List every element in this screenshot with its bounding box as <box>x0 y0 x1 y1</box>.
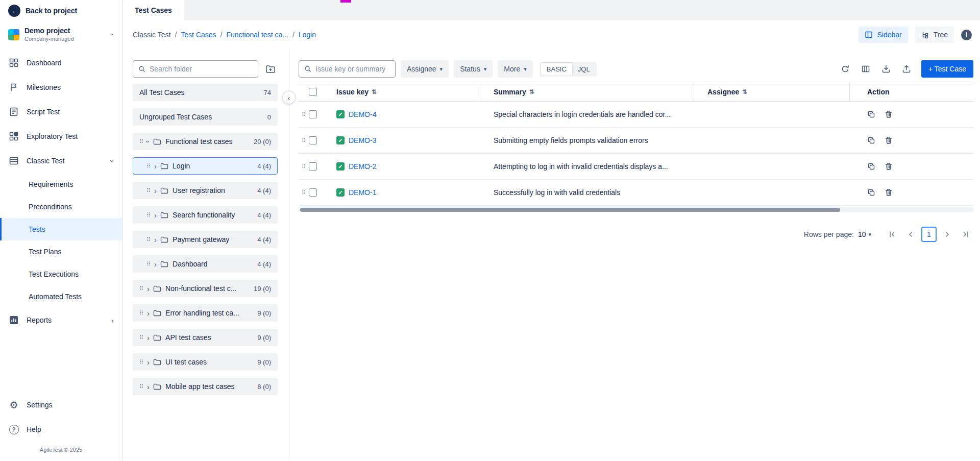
sort-icon[interactable]: ⇅ <box>529 88 534 95</box>
breadcrumb-item[interactable]: Login <box>299 31 316 39</box>
drag-handle-icon[interactable]: ⠿ <box>139 138 143 145</box>
chevron-right-icon[interactable]: › <box>147 309 150 317</box>
chevron-right-icon[interactable]: › <box>147 285 150 293</box>
sidebar-item-test-plans[interactable]: Test Plans <box>0 240 122 263</box>
select-all-checkbox[interactable] <box>309 88 317 96</box>
drag-handle-icon[interactable]: ⠿ <box>146 261 151 268</box>
jql-mode-button[interactable]: JQL <box>572 63 596 76</box>
issue-search-input[interactable] <box>315 65 390 73</box>
columns-icon[interactable] <box>858 61 873 77</box>
horizontal-scrollbar[interactable] <box>299 207 973 212</box>
rows-per-page-select[interactable]: 10 ▾ <box>858 230 871 238</box>
copy-icon[interactable] <box>867 188 875 197</box>
folder-item-search-functionality[interactable]: ⠿ › Search functionality 4 (4) <box>133 206 278 224</box>
download-icon[interactable] <box>878 61 894 77</box>
folder-item-ui-test-cases[interactable]: ⠿ › UI test cases 9 (0) <box>133 353 278 371</box>
row-checkbox[interactable] <box>309 136 317 144</box>
folder-item-user-registration[interactable]: ⠿ › User registration 4 (4) <box>133 182 278 199</box>
sidebar-item-help[interactable]: ? Help <box>0 417 122 442</box>
sidebar-item-script-test[interactable]: Script Test <box>0 100 122 124</box>
drag-handle-icon[interactable]: ⠿ <box>146 212 151 219</box>
refresh-icon[interactable] <box>838 61 853 77</box>
project-switcher[interactable]: Demo project Company-managed › <box>0 21 122 51</box>
drag-handle-icon[interactable]: ⠿ <box>139 359 143 366</box>
sidebar-item-tests[interactable]: Tests <box>0 218 122 240</box>
more-filter-dropdown[interactable]: More ▾ <box>498 60 532 78</box>
sidebar-item-classic-test[interactable]: Classic Test › <box>0 149 122 173</box>
info-icon[interactable]: i <box>961 30 972 40</box>
add-test-case-button[interactable]: + Test Case <box>921 60 973 78</box>
previous-page-button[interactable] <box>903 227 918 242</box>
copy-icon[interactable] <box>867 162 875 171</box>
drag-handle-icon[interactable]: ⠿ <box>299 163 309 170</box>
folder-item-dashboard[interactable]: ⠿ › Dashboard 4 (4) <box>133 255 278 273</box>
column-header-summary[interactable]: Summary ⇅ <box>480 82 694 101</box>
folder-item-api-test-cases[interactable]: ⠿ › API test cases 9 (0) <box>133 329 278 346</box>
sidebar-item-requirements[interactable]: Requirements <box>0 173 122 196</box>
chevron-right-icon[interactable]: › <box>147 383 150 391</box>
column-header-issue-key[interactable]: Issue key ⇅ <box>329 82 480 101</box>
sidebar-item-test-executions[interactable]: Test Executions <box>0 263 122 285</box>
row-checkbox[interactable] <box>309 162 317 171</box>
assignee-filter-dropdown[interactable]: Assignee ▾ <box>401 60 449 78</box>
chevron-right-icon[interactable]: › <box>154 187 157 195</box>
issue-key-link[interactable]: DEMO-1 <box>349 188 376 197</box>
delete-icon[interactable] <box>885 162 893 171</box>
add-folder-button[interactable] <box>263 62 278 76</box>
chevron-right-icon[interactable]: › <box>147 358 150 366</box>
folder-search-input[interactable] <box>150 65 253 73</box>
drag-handle-icon[interactable]: ⠿ <box>146 163 151 169</box>
chevron-down-icon[interactable]: › <box>144 140 152 143</box>
sort-icon[interactable]: ⇅ <box>742 88 747 95</box>
sidebar-view-button[interactable]: Sidebar <box>859 27 908 43</box>
folder-item-functional-test-cases[interactable]: ⠿ › Functional test cases 20 (0) <box>133 133 278 150</box>
column-header-assignee[interactable]: Assignee ⇅ <box>694 82 850 101</box>
folder-item-error-handling[interactable]: ⠿ › Error handling test ca... 9 (0) <box>133 304 278 322</box>
copy-icon[interactable] <box>867 110 875 118</box>
issue-key-link[interactable]: DEMO-2 <box>349 162 376 171</box>
first-page-button[interactable] <box>885 227 900 242</box>
row-checkbox[interactable] <box>309 110 317 118</box>
folder-item-non-functional[interactable]: ⠿ › Non-functional test c... 19 (0) <box>133 280 278 297</box>
sidebar-item-settings[interactable]: ⚙ Settings <box>0 393 122 417</box>
drag-handle-icon[interactable]: ⠿ <box>139 285 143 292</box>
drag-handle-icon[interactable]: ⠿ <box>299 189 309 196</box>
chevron-right-icon[interactable]: › <box>147 334 150 342</box>
folder-item-ungrouped[interactable]: Ungrouped Test Cases 0 <box>133 108 278 126</box>
tab-test-cases[interactable]: Test Cases <box>122 0 184 20</box>
chevron-right-icon[interactable]: › <box>154 211 157 219</box>
last-page-button[interactable] <box>958 227 973 242</box>
delete-icon[interactable] <box>885 110 893 118</box>
chevron-right-icon[interactable]: › <box>154 236 157 244</box>
breadcrumb-item[interactable]: Classic Test <box>133 31 170 39</box>
chevron-right-icon[interactable]: › <box>154 162 157 170</box>
breadcrumb-item[interactable]: Test Cases <box>181 31 216 39</box>
sort-icon[interactable]: ⇅ <box>372 88 377 95</box>
upload-icon[interactable] <box>899 61 914 77</box>
drag-handle-icon[interactable]: ⠿ <box>299 137 309 144</box>
page-number-button[interactable]: 1 <box>921 227 937 242</box>
drag-handle-icon[interactable]: ⠿ <box>139 310 143 317</box>
sidebar-item-milestones[interactable]: Milestones <box>0 75 122 100</box>
status-filter-dropdown[interactable]: Status ▾ <box>454 60 493 78</box>
folder-item-login[interactable]: ⠿ › Login 4 (4) <box>133 157 278 175</box>
folder-item-mobile-app[interactable]: ⠿ › Mobile app test cases 8 (0) <box>133 378 278 395</box>
row-checkbox[interactable] <box>309 188 317 197</box>
sidebar-item-dashboard[interactable]: Dashboard <box>0 51 122 75</box>
issue-key-link[interactable]: DEMO-4 <box>349 110 376 118</box>
scrollbar-thumb[interactable] <box>300 208 840 212</box>
sidebar-item-exploratory-test[interactable]: Exploratory Test <box>0 124 122 149</box>
drag-handle-icon[interactable]: ⠿ <box>146 236 151 243</box>
drag-handle-icon[interactable]: ⠿ <box>146 187 151 194</box>
basic-mode-button[interactable]: BASIC <box>541 63 572 76</box>
tree-view-button[interactable]: Tree <box>915 27 954 43</box>
folder-item-all-test-cases[interactable]: All Test Cases 74 <box>133 84 278 101</box>
copy-icon[interactable] <box>867 136 875 144</box>
drag-handle-icon[interactable]: ⠿ <box>139 334 143 341</box>
folder-item-payment-gateway[interactable]: ⠿ › Payment gateway 4 (4) <box>133 231 278 248</box>
issue-key-link[interactable]: DEMO-3 <box>349 136 376 144</box>
delete-icon[interactable] <box>885 188 893 197</box>
sidebar-item-automated-tests[interactable]: Automated Tests <box>0 285 122 308</box>
drag-handle-icon[interactable]: ⠿ <box>139 383 143 390</box>
next-page-button[interactable] <box>940 227 955 242</box>
